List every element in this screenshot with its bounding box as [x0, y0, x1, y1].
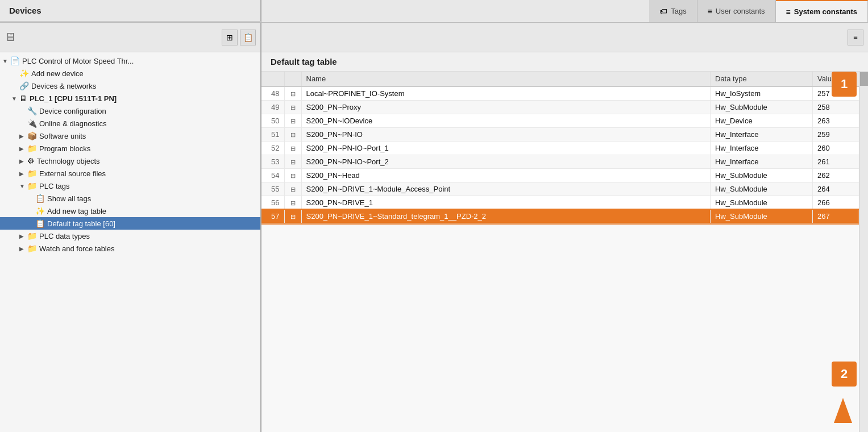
row-name: S200_PN~PN-IO~Port_2 [301, 155, 711, 169]
tab-tags[interactable]: 🏷 Tags [649, 0, 697, 22]
table-row[interactable]: 52⊟S200_PN~PN-IO~Port_1Hw_Interface260 [261, 142, 868, 155]
tree-item-devices-networks[interactable]: 🔗 Devices & networks [0, 80, 260, 92]
row-value: 260 [813, 142, 858, 155]
online-diag-icon: 🔌 [27, 119, 37, 128]
annotation-2: 2 [832, 362, 857, 387]
tree-label-add-device: Add new device [31, 69, 84, 78]
tree-item-software-units[interactable]: ▶ 📦 Software units [0, 130, 260, 142]
row-num: 53 [261, 155, 284, 169]
col-value: Value [813, 72, 858, 86]
row-name: S200_PN~PN-IO [301, 128, 711, 142]
tab-user-constants[interactable]: ≡ User constants [697, 0, 776, 22]
row-value: 258 [813, 101, 858, 114]
scrollbar[interactable] [859, 72, 868, 432]
tree-item-tech-objects[interactable]: ▶ ⚙ Technology objects [0, 155, 260, 167]
table-row[interactable]: 54⊟S200_PN~HeadHw_SubModule262 [261, 169, 868, 182]
program-icon: 📁 [27, 144, 37, 153]
table-row[interactable]: 53⊟S200_PN~PN-IO~Port_2Hw_Interface261 [261, 155, 868, 169]
plc-tags-icon: 📁 [27, 181, 37, 190]
software-icon: 📦 [27, 131, 37, 140]
tab-user-constants-label: User constants [716, 7, 765, 15]
sidebar-table-btn[interactable]: ⊞ [222, 30, 238, 45]
row-value: 267 [813, 210, 858, 223]
row-name: S200_PN~Head [301, 169, 711, 182]
tags-icon: 🏷 [659, 7, 667, 16]
constant-icon: ⊟ [290, 104, 296, 111]
row-name: S200_PN~DRIVE_1~Module_Access_Point [301, 182, 711, 196]
row-icon-cell: ⊟ [284, 114, 301, 128]
table-row[interactable]: 55⊟S200_PN~DRIVE_1~Module_Access_PointHw… [261, 182, 868, 196]
tree-arrow-software: ▶ [19, 133, 27, 139]
tree-item-show-all-tags[interactable]: 📋 Show all tags [0, 192, 260, 205]
row-datatype: Hw_SubModule [711, 210, 813, 223]
ext-source-icon: 📁 [27, 169, 37, 178]
tree-arrow-program: ▶ [19, 146, 27, 152]
row-num: 48 [261, 86, 284, 101]
tree-item-ext-source[interactable]: ▶ 📁 External source files [0, 167, 260, 180]
scrollbar-thumb[interactable] [860, 72, 868, 86]
network-icon: 🔗 [19, 81, 29, 90]
row-datatype: Hw_Interface [711, 128, 813, 142]
tree-arrow-plc1: ▼ [11, 95, 19, 102]
folder-icon: 📄 [10, 56, 20, 65]
plc-icon: 🖥 [19, 94, 27, 103]
constant-icon: ⊟ [290, 172, 296, 179]
tree-arrow-plc-control: ▼ [2, 58, 10, 64]
constant-icon: ⊟ [290, 145, 296, 152]
tree-item-online-diag[interactable]: 🔌 Online & diagnostics [0, 117, 260, 130]
tree-label-default-tag-table: Default tag table [60] [47, 219, 115, 228]
row-datatype: Hw_SubModule [711, 169, 813, 182]
row-datatype: Hw_Interface [711, 142, 813, 155]
tree-item-plc1[interactable]: ▼ 🖥 PLC_1 [CPU 1511T-1 PN] [0, 92, 260, 105]
row-num: 50 [261, 114, 284, 128]
row-name: S200_PN~DRIVE_1~Standard_telegram_1__PZD… [301, 210, 711, 223]
table-row[interactable]: 49⊟S200_PN~ProxyHw_SubModule258 [261, 101, 868, 114]
row-value: 259 [813, 128, 858, 142]
tree-label-plc-data-types: PLC data types [39, 232, 90, 240]
sidebar-add-btn[interactable]: 📋 [240, 30, 256, 45]
tree-item-program-blocks[interactable]: ▶ 📁 Program blocks [0, 142, 260, 155]
table-row[interactable]: 57⊟S200_PN~DRIVE_1~Standard_telegram_1__… [261, 210, 868, 223]
tree-label-show-all-tags: Show all tags [47, 194, 91, 203]
device-tree: ▼ 📄 PLC Control of Motor Speed Thr... ✨ … [0, 52, 260, 432]
tree-item-watch-force[interactable]: ▶ 📁 Watch and force tables [0, 242, 260, 255]
tree-item-add-device[interactable]: ✨ Add new device [0, 67, 260, 80]
constant-icon: ⊟ [290, 200, 296, 206]
table-header: Name Data type Value [261, 72, 868, 86]
tree-item-device-config[interactable]: 🔧 Device configuration [0, 105, 260, 117]
default-tag-icon: 📋 [35, 219, 45, 228]
tree-item-plc-control[interactable]: ▼ 📄 PLC Control of Motor Speed Thr... [0, 55, 260, 67]
tree-label-add-tag-table: Add new tag table [47, 207, 106, 215]
tree-item-plc-tags[interactable]: ▼ 📁 PLC tags [0, 180, 260, 192]
toolbar-btn-1[interactable]: ≡ [848, 30, 863, 45]
row-num: 51 [261, 128, 284, 142]
row-icon-cell: ⊟ [284, 182, 301, 196]
row-datatype: Hw_Device [711, 114, 813, 128]
constant-icon: ⊟ [290, 186, 296, 193]
tree-arrow-watch: ▶ [19, 246, 27, 252]
row-icon-cell: ⊟ [284, 169, 301, 182]
tab-system-constants[interactable]: ≡ System constants [776, 0, 868, 22]
tree-item-plc-data-types[interactable]: ▶ 📁 PLC data types [0, 230, 260, 242]
tree-item-add-tag-table[interactable]: ✨ Add new tag table [0, 205, 260, 217]
row-datatype: Hw_Interface [711, 155, 813, 169]
tree-item-default-tag-table[interactable]: 📋 Default tag table [60] [0, 217, 260, 230]
row-num: 57 [261, 210, 284, 223]
device-config-icon: 🔧 [27, 106, 37, 115]
tree-label-plc-tags: PLC tags [39, 182, 69, 190]
row-name: S200_PN~Proxy [301, 101, 711, 114]
annotation-arrow [834, 398, 852, 423]
tech-icon: ⚙ [27, 156, 35, 165]
tree-label-plc1: PLC_1 [CPU 1511T-1 PN] [30, 94, 117, 103]
col-num [261, 72, 284, 86]
table-row[interactable]: 51⊟S200_PN~PN-IOHw_Interface259 [261, 128, 868, 142]
row-icon-cell: ⊟ [284, 86, 301, 101]
row-datatype: Hw_SubModule [711, 182, 813, 196]
tree-label-device-config: Device configuration [39, 107, 106, 115]
add-tag-icon: ✨ [35, 206, 45, 215]
row-name: S200_PN~IODevice [301, 114, 711, 128]
table-row[interactable]: 56⊟S200_PN~DRIVE_1Hw_SubModule266 [261, 196, 868, 210]
tree-arrow-tech: ▶ [19, 158, 27, 164]
table-row[interactable]: 50⊟S200_PN~IODeviceHw_Device263 [261, 114, 868, 128]
table-row[interactable]: 48⊟Local~PROFINET_IO-SystemHw_IoSystem25… [261, 86, 868, 101]
